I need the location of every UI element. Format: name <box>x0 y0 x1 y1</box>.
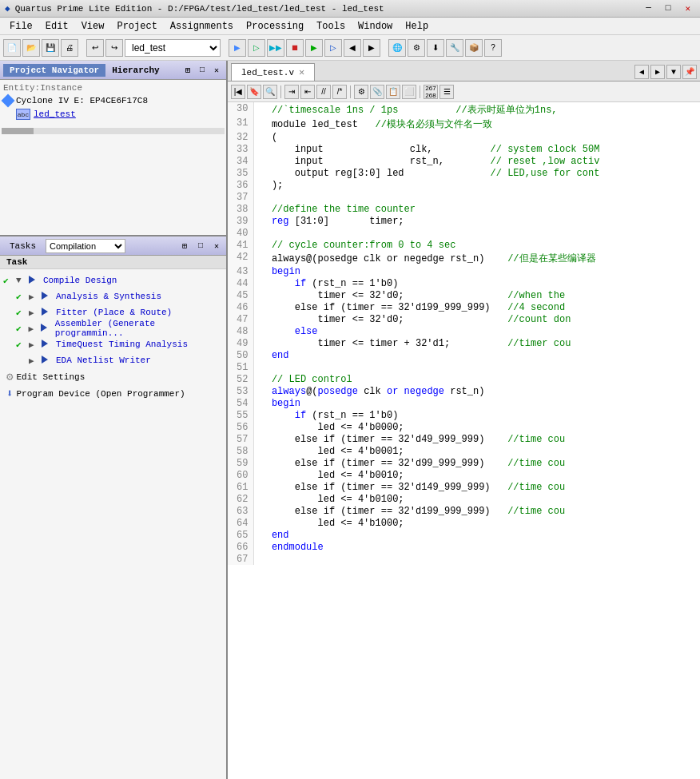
line-content[interactable]: else if (timer == 32'd199_999_999) //4 s… <box>253 301 700 313</box>
etb-linenum-button[interactable]: 267268 <box>424 85 438 99</box>
line-content[interactable] <box>253 361 700 373</box>
instance-name[interactable]: led_test <box>34 109 76 119</box>
etb-uncomment-button[interactable]: /* <box>332 85 347 99</box>
new-button[interactable]: 📄 <box>3 39 21 57</box>
line-content[interactable]: else if (timer == 32'd199_999_999) //tim… <box>253 505 700 517</box>
line-content[interactable]: module led_test //模块名必须与文件名一致 <box>253 117 700 131</box>
line-content[interactable]: // LED control <box>253 373 700 385</box>
task-eda-expand[interactable]: ▶ <box>29 356 38 366</box>
menu-project[interactable]: Project <box>110 19 163 34</box>
tab-hierarchy[interactable]: Hierarchy <box>105 64 165 77</box>
line-content[interactable]: // cycle counter:from 0 to 4 sec <box>253 239 700 251</box>
minimize-button[interactable]: ─ <box>641 3 656 14</box>
line-content[interactable]: else if (timer == 32'd99_999_999) //time… <box>253 457 700 469</box>
task-analysis-play[interactable] <box>42 292 53 301</box>
step-button[interactable]: ▷ <box>324 39 342 57</box>
etb-bookmark-button[interactable]: 🔖 <box>247 85 261 99</box>
line-content[interactable] <box>253 553 700 565</box>
menu-help[interactable]: Help <box>399 19 435 34</box>
forward-button[interactable]: ▶ <box>363 39 380 57</box>
program-device-row[interactable]: ⬇ Program Device (Open Programmer) <box>0 385 226 402</box>
line-content[interactable]: //define the time counter <box>253 203 700 215</box>
task-assembler-expand[interactable]: ▶ <box>29 324 38 334</box>
task-play-button[interactable] <box>29 276 40 285</box>
line-content[interactable]: endmodule <box>253 541 700 553</box>
line-content[interactable]: begin <box>253 265 700 277</box>
line-content[interactable]: always@(posedge clk or negedge rst_n) //… <box>253 251 700 265</box>
save-button[interactable]: 💾 <box>42 39 59 57</box>
line-content[interactable]: led <= 4'b1000; <box>253 517 700 529</box>
compile-button[interactable]: ▶ <box>229 39 246 57</box>
line-content[interactable]: led <= 4'b0001; <box>253 445 700 457</box>
undo-button[interactable]: ↩ <box>86 39 104 57</box>
stop-button[interactable]: ⏹ <box>286 39 304 57</box>
etb-grid-button[interactable]: ☰ <box>439 85 454 99</box>
line-content[interactable]: timer <= timer + 32'd1; //timer cou <box>253 337 700 349</box>
tab-nav-pin[interactable]: 📌 <box>682 65 697 79</box>
task-compile-label[interactable]: Compile Design <box>43 276 117 285</box>
edit-settings-row[interactable]: ⚙ Edit Settings <box>0 368 226 385</box>
line-content[interactable]: output reg[3:0] led // LED,use for cont <box>253 167 700 179</box>
task-assembler[interactable]: ✔ ▶ Assembler (Generate programmin... <box>13 320 226 336</box>
line-content[interactable]: if (rst_n == 1'b0) <box>253 409 700 421</box>
redo-button[interactable]: ↪ <box>105 39 123 57</box>
menu-edit[interactable]: Edit <box>39 19 75 34</box>
etb-find-button[interactable]: 🔍 <box>263 85 277 99</box>
task-fitter-expand[interactable]: ▶ <box>29 308 38 318</box>
task-compile-design[interactable]: ✔ ▼ Compile Design <box>0 272 226 288</box>
tab-nav-right[interactable]: ▶ <box>650 65 665 79</box>
line-content[interactable]: timer <= 32'd0; //count don <box>253 313 700 325</box>
program-device-label[interactable]: Program Device (Open Programmer) <box>16 389 185 399</box>
line-content[interactable]: ); <box>253 179 700 191</box>
line-content[interactable]: else <box>253 325 700 337</box>
config-button[interactable]: ⚙ <box>408 39 425 57</box>
prog-button[interactable]: ⬇ <box>427 39 444 57</box>
tasks-float-icon[interactable]: □ <box>194 240 207 252</box>
menu-view[interactable]: View <box>75 19 111 34</box>
open-button[interactable]: 📂 <box>22 39 40 57</box>
nav-dock-icon[interactable]: ⊞ <box>181 64 194 77</box>
line-content[interactable]: led <= 4'b0100; <box>253 493 700 505</box>
tab-project-navigator[interactable]: Project Navigator <box>3 64 105 77</box>
task-tq-expand[interactable]: ▶ <box>29 340 38 350</box>
task-eda-label[interactable]: EDA Netlist Writer <box>56 356 151 365</box>
menu-assignments[interactable]: Assignments <box>164 19 240 34</box>
editor-tab-led-test[interactable]: led_test.v ✕ <box>231 63 315 81</box>
back-button[interactable]: ◀ <box>344 39 361 57</box>
line-content[interactable]: input clk, // system clock 50M <box>253 143 700 155</box>
task-eda[interactable]: ▶ EDA Netlist Writer <box>13 352 226 368</box>
tasks-dock-icon[interactable]: ⊞ <box>178 240 191 252</box>
menu-file[interactable]: File <box>3 19 39 34</box>
analyze-button[interactable]: ▷ <box>248 39 265 57</box>
etb-start-button[interactable]: |◀ <box>231 85 245 99</box>
etb-indent-button[interactable]: ⇥ <box>284 85 299 99</box>
code-area[interactable]: 30 //`timescale 1ns / 1ps //表示时延单位为1ns,3… <box>228 102 700 779</box>
etb-comment-button[interactable]: // <box>316 85 331 99</box>
line-content[interactable]: end <box>253 529 700 541</box>
menu-window[interactable]: Window <box>352 19 399 34</box>
line-content[interactable]: begin <box>253 397 700 409</box>
task-tq-play[interactable] <box>42 340 53 349</box>
line-content[interactable]: always@(posedge clk or negedge rst_n) <box>253 385 700 397</box>
line-content[interactable]: end <box>253 349 700 361</box>
line-content[interactable]: if (rst_n == 1'b0) <box>253 277 700 289</box>
tasks-close-icon[interactable]: ✕ <box>210 240 223 252</box>
task-timequest[interactable]: ✔ ▶ TimeQuest Timing Analysis <box>13 336 226 352</box>
line-content[interactable]: reg [31:0] timer; <box>253 215 700 227</box>
nav-close-icon[interactable]: ✕ <box>210 64 223 77</box>
menu-processing[interactable]: Processing <box>240 19 310 34</box>
line-content[interactable]: //`timescale 1ns / 1ps //表示时延单位为1ns, <box>253 102 700 117</box>
etb-toggle-button[interactable]: ⬜ <box>402 85 416 99</box>
fitter-button[interactable]: ▶▶ <box>267 39 284 57</box>
line-content[interactable] <box>253 227 700 239</box>
menu-tools[interactable]: Tools <box>310 19 352 34</box>
run-button[interactable]: ▶ <box>305 39 323 57</box>
line-content[interactable]: input rst_n, // reset ,low activ <box>253 155 700 167</box>
task-assembler-label[interactable]: Assembler (Generate programmin... <box>55 319 223 338</box>
task-analysis-expand[interactable]: ▶ <box>29 292 38 302</box>
task-fitter-play[interactable] <box>42 308 53 317</box>
line-content[interactable]: led <= 4'b0010; <box>253 469 700 481</box>
task-tq-label[interactable]: TimeQuest Timing Analysis <box>56 340 188 349</box>
help-tb-button[interactable]: ? <box>484 39 502 57</box>
nav-scrollbar-thumb[interactable] <box>2 128 34 134</box>
